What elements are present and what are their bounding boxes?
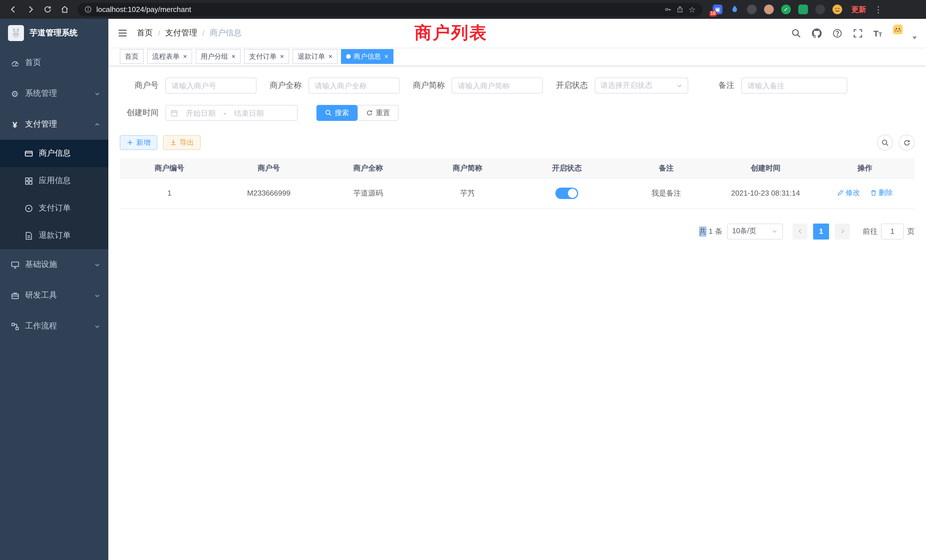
close-icon[interactable]: × — [280, 53, 284, 60]
profile-avatar-icon[interactable] — [832, 5, 842, 14]
top-navbar: 首页 / 支付管理 / 商户信息 商户列表 — [108, 19, 926, 47]
col-actions: 操作 — [816, 159, 915, 178]
breadcrumb-item[interactable]: 首页 — [137, 28, 153, 38]
refresh-table-button[interactable] — [899, 135, 915, 151]
app-title: 芋道管理系统 — [30, 28, 77, 38]
hamburger-icon[interactable] — [118, 28, 128, 38]
sidebar-item-label: 应用信息 — [39, 176, 108, 186]
refresh-icon — [903, 139, 910, 146]
close-icon[interactable]: × — [328, 53, 333, 60]
cell-merchant-id: 1 — [120, 178, 219, 208]
full-name-input[interactable] — [309, 77, 400, 94]
search-icon[interactable] — [791, 28, 801, 38]
sidebar-item-system[interactable]: ⚙ 系统管理 — [0, 78, 108, 109]
filter-full-name: 商户全称 — [270, 77, 400, 94]
prev-page-button[interactable] — [793, 223, 807, 239]
status-select[interactable]: 请选择开启状态 — [595, 77, 688, 94]
page-number-button[interactable]: 1 — [813, 223, 829, 239]
tab-label: 退款订单 — [298, 51, 325, 61]
home-button[interactable] — [57, 2, 72, 17]
refresh-icon — [366, 109, 373, 117]
app-logo[interactable]: 芋道管理系统 — [0, 19, 108, 47]
ext-drop-icon[interactable] — [730, 5, 740, 14]
ext-pin-icon[interactable] — [816, 5, 825, 14]
merchant-no-input[interactable] — [165, 77, 257, 94]
help-icon[interactable] — [832, 28, 842, 38]
export-button[interactable]: 导出 — [163, 135, 201, 150]
page-size-value: 10条/页 — [732, 226, 757, 236]
sidebar-item-label: 工作流程 — [25, 321, 88, 331]
page-annotation: 商户列表 — [415, 21, 487, 45]
tab-user-group[interactable]: 用户分组 × — [195, 49, 241, 64]
merchant-no-label: 商户号 — [120, 80, 165, 91]
edit-link-label: 修改 — [846, 188, 860, 198]
tab-home[interactable]: 首页 — [120, 49, 144, 64]
col-merchant-id: 商户编号 — [120, 159, 219, 178]
forward-button[interactable] — [23, 2, 38, 17]
sidebar-item-label: 系统管理 — [25, 88, 88, 98]
close-icon[interactable]: × — [183, 53, 187, 60]
ext-avatar-icon[interactable] — [764, 5, 774, 14]
tab-label: 流程表单 — [152, 51, 180, 61]
date-range-picker[interactable]: - — [165, 105, 298, 121]
sidebar-item-workflow[interactable]: 工作流程 — [0, 311, 108, 342]
end-date-input[interactable] — [227, 109, 271, 117]
ext-green-square-icon[interactable] — [798, 5, 808, 14]
back-button[interactable] — [6, 2, 21, 17]
tab-merchant-info[interactable]: 商户信息 × — [341, 49, 393, 64]
delete-link[interactable]: 删除 — [870, 188, 893, 198]
sidebar-item-dev-tools[interactable]: 研发工具 — [0, 280, 108, 311]
sidebar-item-app-info[interactable]: 应用信息 — [0, 167, 108, 194]
password-key-icon[interactable] — [664, 6, 672, 13]
reload-icon — [43, 5, 51, 14]
address-bar[interactable]: localhost:1024/pay/merchant ☆ — [77, 3, 702, 16]
page-size-select[interactable]: 10条/页 — [727, 223, 783, 239]
show-search-toggle-button[interactable] — [877, 135, 893, 151]
sidebar-item-payment[interactable]: ¥ 支付管理 — [0, 109, 108, 140]
site-info-icon[interactable] — [85, 6, 92, 13]
edit-link[interactable]: 修改 — [837, 188, 860, 198]
goto-page-input[interactable] — [881, 223, 904, 239]
ext-green-check-icon[interactable]: ✓ — [781, 5, 791, 14]
short-name-input[interactable] — [452, 77, 543, 94]
document-icon — [24, 231, 33, 240]
col-short-name: 商户简称 — [418, 159, 517, 178]
chevron-down-icon — [94, 262, 100, 268]
reset-button[interactable]: 重置 — [357, 105, 399, 121]
url-text[interactable]: localhost:1024/pay/merchant — [96, 5, 660, 14]
sidebar-item-pay-order[interactable]: 支付订单 — [0, 194, 108, 222]
tab-pay-order[interactable]: 支付订单 × — [244, 49, 289, 64]
close-icon[interactable]: × — [384, 53, 388, 60]
share-icon[interactable] — [676, 6, 684, 13]
cell-full-name: 芋道源码 — [318, 178, 418, 208]
sidebar-item-refund-order[interactable]: 退款订单 — [0, 222, 108, 249]
remark-input[interactable] — [741, 77, 847, 94]
bookmark-star-icon[interactable]: ☆ — [688, 5, 696, 14]
next-page-button[interactable] — [835, 223, 850, 239]
cell-short-name: 芋艿 — [418, 178, 517, 208]
sidebar-item-merchant-info[interactable]: 商户信息 — [0, 140, 108, 167]
tab-refund-order[interactable]: 退款订单 × — [292, 49, 337, 64]
user-avatar-menu[interactable] — [893, 24, 917, 42]
status-toggle[interactable] — [555, 187, 578, 199]
close-icon[interactable]: × — [232, 53, 236, 60]
sidebar-item-label: 研发工具 — [25, 290, 88, 301]
add-button[interactable]: 新增 — [120, 135, 157, 150]
browser-update-button[interactable]: 更新 — [851, 4, 866, 15]
delete-link-label: 删除 — [878, 188, 893, 198]
tab-process-form[interactable]: 流程表单 × — [147, 49, 192, 64]
sidebar-item-infrastructure[interactable]: 基础设施 — [0, 249, 108, 280]
reload-button[interactable] — [40, 2, 55, 17]
sidebar-item-home[interactable]: 首页 — [0, 47, 108, 78]
col-remark: 备注 — [617, 159, 716, 178]
extensions-puzzle-icon[interactable]: ▣ 10 — [713, 5, 722, 14]
fullscreen-icon[interactable] — [853, 28, 862, 38]
browser-menu-icon[interactable]: ⋮ — [874, 4, 883, 15]
github-icon[interactable] — [812, 28, 822, 38]
breadcrumb-item[interactable]: 支付管理 — [165, 28, 197, 38]
font-size-icon[interactable]: TT — [873, 28, 882, 38]
ext-dark-icon[interactable] — [747, 5, 757, 14]
start-date-input[interactable] — [179, 109, 222, 117]
search-button[interactable]: 搜索 — [316, 105, 357, 121]
credit-card-icon — [24, 149, 33, 158]
